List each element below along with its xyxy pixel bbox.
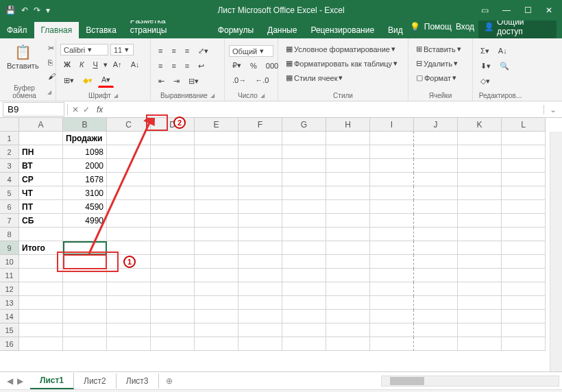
cell-K15[interactable] <box>458 323 502 337</box>
column-header-C[interactable]: C <box>107 118 151 132</box>
cell-C15[interactable] <box>107 323 151 337</box>
format-cells-button[interactable]: ▢Формат▾ <box>413 71 468 84</box>
undo-icon[interactable]: ↶ <box>21 5 28 15</box>
cell-C6[interactable] <box>107 200 151 214</box>
insert-cells-button[interactable]: ⊞Вставить▾ <box>413 42 468 56</box>
cell-I10[interactable] <box>370 255 414 269</box>
insert-function-button[interactable]: fx <box>94 104 106 115</box>
cell-D9[interactable] <box>151 241 195 255</box>
sheet-tab-3[interactable]: Лист3 <box>117 373 159 389</box>
cell-G13[interactable] <box>282 296 326 310</box>
cell-B1[interactable]: Продажи <box>63 132 107 145</box>
cell-J13[interactable] <box>414 296 458 310</box>
column-header-K[interactable]: K <box>458 118 502 132</box>
cell-H7[interactable] <box>326 214 370 228</box>
ribbon-options-icon[interactable]: ▭ <box>481 5 489 15</box>
cell-A5[interactable]: ЧТ <box>19 186 63 200</box>
cell-H6[interactable] <box>326 200 370 214</box>
cell-K6[interactable] <box>458 200 502 214</box>
redo-icon[interactable]: ↷ <box>34 5 40 15</box>
cell-L3[interactable] <box>502 159 546 173</box>
cell-styles-button[interactable]: ▦Стили ячеек▾ <box>282 71 404 84</box>
cell-K8[interactable] <box>458 228 502 241</box>
tab-review[interactable]: Рецензирование <box>304 22 381 38</box>
decrease-indent-icon[interactable]: ⇤ <box>155 75 168 88</box>
cell-K4[interactable] <box>458 173 502 186</box>
cell-L6[interactable] <box>502 200 546 214</box>
row-header-9[interactable]: 9 <box>0 241 19 255</box>
cell-F4[interactable] <box>239 173 282 186</box>
cell-B3[interactable]: 2000 <box>63 159 107 173</box>
cell-K5[interactable] <box>458 186 502 200</box>
cell-I14[interactable] <box>370 310 414 323</box>
tab-formulas[interactable]: Формулы <box>211 22 260 38</box>
row-header-13[interactable]: 13 <box>0 296 19 310</box>
cell-F16[interactable] <box>239 337 282 351</box>
cell-I7[interactable] <box>370 214 414 228</box>
cell-C13[interactable] <box>107 296 151 310</box>
cell-D3[interactable] <box>151 159 195 173</box>
row-header-3[interactable]: 3 <box>0 159 19 173</box>
select-all-button[interactable] <box>0 118 19 132</box>
tab-view[interactable]: Вид <box>381 22 410 38</box>
row-header-14[interactable]: 14 <box>0 310 19 323</box>
cell-F2[interactable] <box>239 145 282 159</box>
cell-I2[interactable] <box>370 145 414 159</box>
cell-L4[interactable] <box>502 173 546 186</box>
tab-home[interactable]: Главная <box>34 22 80 38</box>
align-launcher-icon[interactable]: ◢ <box>210 93 215 99</box>
cell-I9[interactable] <box>370 241 414 255</box>
cell-H16[interactable] <box>326 337 370 351</box>
cell-J2[interactable] <box>414 145 458 159</box>
save-icon[interactable]: 💾 <box>5 5 16 15</box>
cell-J9[interactable] <box>414 241 458 255</box>
cell-G12[interactable] <box>282 282 326 296</box>
number-launcher-icon[interactable]: ◢ <box>260 93 265 99</box>
row-header-10[interactable]: 10 <box>0 255 19 269</box>
cell-F8[interactable] <box>239 228 282 241</box>
cell-F15[interactable] <box>239 323 282 337</box>
cell-H4[interactable] <box>326 173 370 186</box>
cell-C4[interactable] <box>107 173 151 186</box>
cell-J16[interactable] <box>414 337 458 351</box>
cell-J11[interactable] <box>414 269 458 282</box>
column-header-L[interactable]: L <box>502 118 546 132</box>
cell-D5[interactable] <box>151 186 195 200</box>
row-header-11[interactable]: 11 <box>0 269 19 282</box>
cell-B5[interactable]: 3100 <box>63 186 107 200</box>
cell-D6[interactable] <box>151 200 195 214</box>
cell-H9[interactable] <box>326 241 370 255</box>
cell-G10[interactable] <box>282 255 326 269</box>
cell-B10[interactable] <box>63 255 107 269</box>
cell-F9[interactable] <box>239 241 282 255</box>
cell-F5[interactable] <box>239 186 282 200</box>
cell-B9[interactable] <box>63 241 107 255</box>
cell-G2[interactable] <box>282 145 326 159</box>
fill-color-icon[interactable]: ◆▾ <box>80 74 96 87</box>
cell-I4[interactable] <box>370 173 414 186</box>
row-header-8[interactable]: 8 <box>0 228 19 241</box>
cell-E7[interactable] <box>195 214 239 228</box>
align-center-icon[interactable]: ≡ <box>168 60 179 72</box>
cell-G15[interactable] <box>282 323 326 337</box>
enter-formula-icon[interactable]: ✓ <box>83 105 90 114</box>
cell-L12[interactable] <box>502 282 546 296</box>
cell-D16[interactable] <box>151 337 195 351</box>
cell-C10[interactable] <box>107 255 151 269</box>
help-label[interactable]: Помощ <box>424 22 452 32</box>
cell-H1[interactable] <box>326 132 370 145</box>
cell-K3[interactable] <box>458 159 502 173</box>
qat-customize-icon[interactable]: ▾ <box>46 5 50 15</box>
cell-D14[interactable] <box>151 310 195 323</box>
cell-D12[interactable] <box>151 282 195 296</box>
cell-L5[interactable] <box>502 186 546 200</box>
increase-decimal-icon[interactable]: .0→ <box>229 74 249 86</box>
cell-J12[interactable] <box>414 282 458 296</box>
column-header-G[interactable]: G <box>282 118 326 132</box>
cell-A3[interactable]: ВТ <box>19 159 63 173</box>
cell-G4[interactable] <box>282 173 326 186</box>
cell-B13[interactable] <box>63 296 107 310</box>
cell-H15[interactable] <box>326 323 370 337</box>
cell-A1[interactable] <box>19 132 63 145</box>
font-name-combo[interactable]: Calibri▾ <box>60 44 108 56</box>
